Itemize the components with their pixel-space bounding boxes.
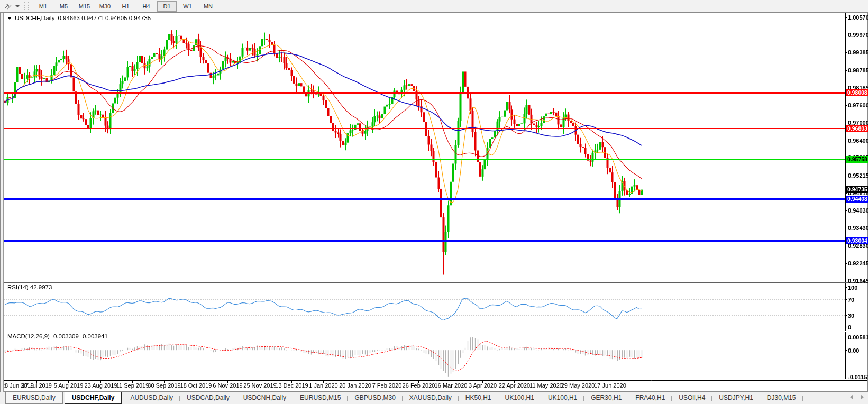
macd-axis-tick-label: -0.011514 — [848, 374, 868, 380]
collapse-arrow-icon[interactable] — [7, 17, 12, 20]
price-axis-tick-label: 0.98785 — [848, 67, 868, 74]
hline-price-badge[interactable]: 0.95758 — [846, 156, 868, 163]
timeframe-m5-button[interactable]: M5 — [54, 1, 74, 12]
chart-window: USDCHF,Daily0.94663 0.94771 0.94605 0.94… — [0, 12, 868, 392]
time-axis-date-label: 11 May 2020 — [529, 382, 563, 389]
time-axis-date-label: 6 Nov 2019 — [213, 382, 242, 389]
timeframe-mn-button[interactable]: MN — [198, 1, 218, 12]
chart-tab-bar: EURUSD,Daily USDCHF,Daily AUDUSD,Daily U… — [0, 391, 868, 404]
tab-usoil-h4[interactable]: USOil,H4 — [672, 392, 712, 403]
macd-panel: MACD(12,26,9) -0.003309 -0.003941 0.0058… — [1, 332, 867, 380]
rsi-axis-tick-label: 30 — [848, 313, 854, 319]
chart-symbol-label: USDCHF,Daily — [15, 15, 54, 21]
time-axis[interactable]: 28 Jun 201917 Jul 20195 Aug 201923 Aug 2… — [1, 380, 867, 391]
price-axis-tick-label: 1.00570 — [848, 14, 868, 21]
tab-ger30-h1[interactable]: GER30,H1 — [584, 392, 628, 403]
tab-scroll-right-icon[interactable] — [861, 394, 864, 400]
tab-uk100-h1[interactable]: UK100,H1 — [498, 392, 541, 403]
chart-tools-icon[interactable] — [2, 1, 14, 11]
price-axis-tick-label: 0.97600 — [848, 102, 868, 108]
window-left-frame — [1, 13, 4, 392]
macd-canvas[interactable] — [1, 332, 867, 379]
mt4-terminal: { "toolbar": { "timeframes": ["M1","M5",… — [0, 0, 868, 404]
tab-uk100-h1-2[interactable]: UK100,H1 — [541, 392, 584, 403]
hline-price-badge[interactable]: 0.94408 — [846, 196, 868, 203]
macd-axis-tick-label: 0.005818 — [848, 334, 868, 341]
top-toolbar: M1 M5 M15 M30 H1 H4 D1 W1 MN — [0, 0, 868, 13]
price-axis-tick-label: 0.99970 — [848, 32, 868, 38]
hline-price-badge[interactable]: 0.98008 — [846, 89, 868, 96]
macd-label: MACD(12,26,9) -0.003309 -0.003941 — [7, 333, 108, 339]
tab-usdjpy-h1[interactable]: USDJPY,H1 — [712, 392, 760, 403]
tab-xauusd-daily[interactable]: XAUUSD,Daily — [403, 392, 459, 403]
chart-title: USDCHF,Daily0.94663 0.94771 0.94605 0.94… — [7, 15, 151, 21]
price-chart-canvas[interactable] — [1, 13, 867, 282]
price-chart-panel: USDCHF,Daily0.94663 0.94771 0.94605 0.94… — [1, 13, 867, 282]
rsi-canvas[interactable] — [1, 283, 867, 331]
tab-usdcnh-daily[interactable]: USDCNH,Daily — [236, 392, 293, 403]
timeframe-d1-button[interactable]: D1 — [157, 1, 177, 12]
time-axis-date-label: 1 Jan 2020 — [309, 382, 337, 389]
time-axis-date-label: 17 Jun 2020 — [594, 382, 626, 389]
time-axis-date-label: 16 Mar 2020 — [435, 382, 468, 389]
time-axis-date-label: 23 Aug 2019 — [85, 382, 117, 389]
rsi-axis-tick-label: 70 — [848, 297, 854, 303]
time-axis-date-label: 20 Jan 2020 — [339, 382, 371, 389]
tab-gbpusd-m30[interactable]: GBPUSD,M30 — [348, 392, 402, 403]
macd-axis-tick-label: 0.00 — [848, 347, 859, 354]
timeframe-m30-button[interactable]: M30 — [95, 1, 115, 12]
time-axis-date-label: 3 Apr 2020 — [469, 382, 497, 389]
hline-price-badge[interactable]: 0.96803 — [846, 125, 868, 132]
price-axis-tick-label: 0.95215 — [848, 172, 868, 179]
price-axis-tick-label: 0.93430 — [848, 225, 868, 231]
price-axis-tick-label: 0.96400 — [848, 137, 868, 144]
time-axis-date-label: 7 Feb 2020 — [372, 382, 402, 389]
toolbar-drag-handle[interactable] — [24, 2, 29, 10]
tab-eurusd-daily[interactable]: EURUSD,Daily — [5, 392, 63, 404]
tab-hk50-h1[interactable]: HK50,H1 — [459, 392, 498, 403]
tab-eurusd-m15[interactable]: EURUSD,M15 — [293, 392, 348, 403]
time-axis-date-label: 17 Jul 2019 — [22, 382, 52, 389]
price-axis-tick-label: 0.91645 — [848, 278, 868, 284]
rsi-axis-tick-label: 0 — [848, 324, 851, 330]
rsi-panel: RSI(14) 42.9973 10070300 — [1, 282, 867, 332]
timeframe-h4-button[interactable]: H4 — [136, 1, 156, 12]
time-axis-date-label: 18 Oct 2019 — [180, 382, 212, 389]
time-axis-date-label: 30 Sep 2019 — [148, 382, 180, 389]
time-axis-date-label: 25 Nov 2019 — [243, 382, 276, 389]
tab-scroll-left-icon[interactable] — [850, 394, 853, 400]
tab-audusd-daily[interactable]: AUDUSD,Daily — [123, 392, 180, 403]
chart-ohlc-values: 0.94663 0.94771 0.94605 0.94735 — [58, 15, 151, 21]
price-axis-tick-label: 0.94030 — [848, 207, 868, 214]
timeframe-h1-button[interactable]: H1 — [116, 1, 135, 12]
time-axis-date-label: 5 Aug 2019 — [54, 382, 84, 389]
rsi-axis-tick-label: 100 — [848, 284, 857, 291]
current-price-badge[interactable]: 0.94735 — [846, 186, 868, 193]
rsi-label: RSI(14) 42.9973 — [7, 284, 52, 290]
tab-dj30-m15[interactable]: DJ30,M15 — [760, 392, 803, 403]
tab-scrollers — [850, 394, 864, 400]
timeframe-m1-button[interactable]: M1 — [33, 1, 53, 12]
time-axis-date-label: 11 Sep 2019 — [116, 382, 149, 389]
chart-tools-dropdown-button[interactable] — [14, 1, 21, 11]
hline-price-badge[interactable]: 0.93004 — [846, 237, 868, 244]
time-axis-date-label: 29 May 2020 — [561, 382, 595, 389]
timeframe-w1-button[interactable]: W1 — [178, 1, 197, 12]
tab-usdchf-daily[interactable]: USDCHF,Daily — [65, 392, 122, 404]
time-axis-date-label: 22 Apr 2020 — [499, 382, 530, 389]
tab-fra40-h1[interactable]: FRA40,H1 — [628, 392, 672, 403]
tab-usdcad-daily[interactable]: USDCAD,Daily — [180, 392, 236, 403]
price-axis-tick-label: 0.92245 — [848, 260, 868, 267]
pointer-lines-icon — [4, 3, 12, 10]
time-axis-date-label: 26 Feb 2020 — [403, 382, 435, 389]
chevron-down-icon — [15, 5, 20, 7]
price-axis-tick-label: 0.99385 — [848, 49, 868, 56]
time-axis-date-label: 13 Dec 2019 — [275, 382, 308, 389]
timeframe-m15-button[interactable]: M15 — [75, 1, 94, 12]
